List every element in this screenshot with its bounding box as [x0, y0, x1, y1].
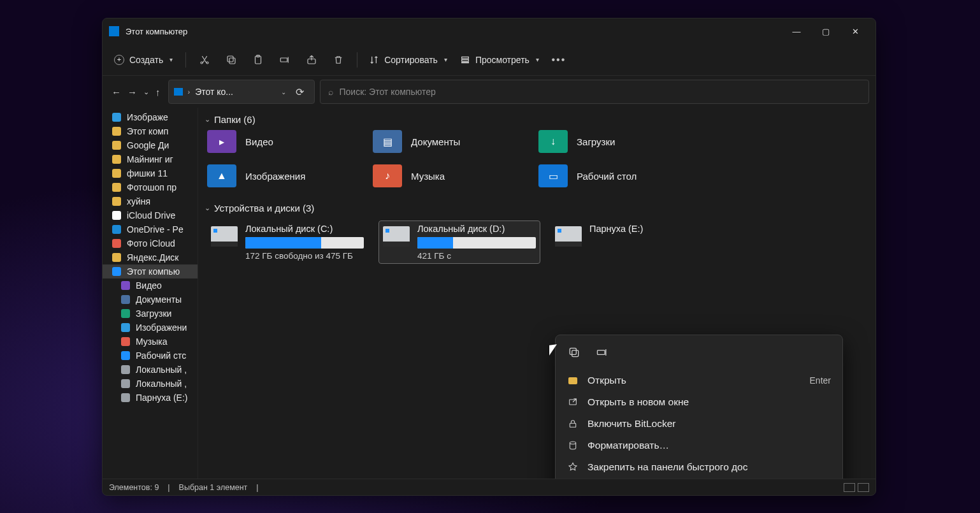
delete-button[interactable] — [326, 48, 350, 71]
context-menu-item[interactable]: Открыть в новом окне — [556, 391, 842, 413]
sidebar-item[interactable]: Фото iCloud — [103, 236, 198, 250]
search-input[interactable]: ⌕ Поиск: Этот компьютер — [320, 80, 870, 104]
folders-section-header[interactable]: ⌄ Папки (6) — [205, 112, 869, 130]
chevron-down-icon[interactable]: ⌄ — [281, 89, 286, 96]
paste-button[interactable] — [246, 48, 270, 71]
drive-name: Локальный диск (D:) — [417, 224, 536, 234]
context-menu-item[interactable]: Закрепить на панели быстрого дос — [556, 456, 842, 478]
view-button[interactable]: Просмотреть ▾ — [455, 51, 544, 69]
sidebar-item[interactable]: хуйня — [103, 194, 198, 208]
pc-icon — [174, 88, 183, 96]
sidebar-item[interactable]: Этот компью — [103, 264, 198, 278]
view-icons-button[interactable] — [858, 483, 869, 492]
sidebar-item[interactable]: Локальный , — [103, 363, 198, 377]
sidebar-item[interactable]: Парнуха (E:) — [103, 391, 198, 405]
folder-label: Загрузки — [577, 136, 615, 147]
maximize-button[interactable]: ▢ — [817, 22, 835, 40]
drives-section-header[interactable]: ⌄ Устройства и диски (3) — [205, 200, 869, 219]
sidebar-item[interactable]: Яндекс.Диск — [103, 250, 198, 264]
new-button[interactable]: + Создать ▾ — [108, 51, 179, 69]
sidebar-item[interactable]: Загрузки — [103, 307, 198, 321]
drive-item[interactable]: Локальный диск (C:)172 ГБ свободно из 47… — [207, 221, 368, 263]
body: ИзображеЭтот компGoogle ДиМайнинг игфишк… — [103, 108, 876, 479]
ctx-copy-button[interactable] — [565, 343, 584, 362]
sidebar-item[interactable]: Майнинг иг — [103, 152, 198, 166]
sidebar-item[interactable]: Видео — [103, 278, 198, 293]
sidebar-item-label: Этот компью — [127, 266, 180, 277]
up-button[interactable]: ↑ — [155, 87, 161, 98]
sidebar-item[interactable]: Изображе — [103, 110, 198, 124]
nav-row: ← → ⌄ ↑ › Этот ко... ⌄ ⟳ ⌕ Поиск: Этот к… — [103, 76, 876, 108]
cut-button[interactable] — [192, 48, 217, 71]
sidebar-item[interactable]: Фотошоп пр — [103, 180, 198, 194]
folder-item[interactable]: ▭Рабочий стол — [538, 164, 704, 187]
close-button[interactable]: ✕ — [846, 22, 864, 40]
drive-name: Парнуха (E:) — [589, 224, 708, 234]
sidebar-item[interactable]: Рабочий стс — [103, 349, 198, 363]
recent-button[interactable]: ⌄ — [143, 88, 149, 96]
folder-icon: ▭ — [538, 164, 568, 187]
status-sep: | — [256, 483, 258, 492]
rename-button[interactable] — [273, 48, 297, 71]
drive-item[interactable]: Локальный диск (D:)421 ГБ с — [379, 221, 540, 263]
status-bar: Элементов: 9 | Выбран 1 элемент | — [103, 479, 876, 495]
svg-point-14 — [570, 442, 575, 444]
address-bar[interactable]: › Этот ко... ⌄ ⟳ — [168, 80, 315, 104]
folder-item[interactable]: ↓Загрузки — [538, 130, 704, 153]
folder-icon — [112, 252, 122, 263]
sidebar-item[interactable]: фишки 11 — [103, 166, 198, 180]
sidebar-item-label: Музыка — [136, 336, 168, 347]
sidebar-item[interactable]: Google Ди — [103, 138, 198, 152]
separator — [357, 52, 357, 68]
folder-item[interactable]: ♪Музыка — [373, 164, 538, 187]
sidebar: ИзображеЭтот компGoogle ДиМайнинг игфишк… — [103, 108, 198, 479]
sidebar-item[interactable]: iCloud Drive — [103, 208, 198, 222]
picture-icon — [120, 322, 131, 333]
forward-button[interactable]: → — [127, 87, 137, 98]
new-label: Создать — [129, 55, 163, 65]
sort-button[interactable]: Сортировать ▾ — [364, 51, 452, 69]
refresh-button[interactable]: ⟳ — [291, 86, 309, 98]
chevron-down-icon: ▾ — [444, 56, 447, 63]
sidebar-item-label: Изображени — [136, 322, 187, 333]
context-menu-item[interactable]: Закрепить на начальном экране — [556, 478, 842, 479]
picture-icon — [112, 112, 122, 122]
paste-icon — [252, 54, 264, 66]
svg-rect-9 — [572, 350, 579, 357]
status-sep: | — [168, 483, 169, 492]
window-title: Этот компьютер — [126, 27, 187, 36]
ctx-rename-button[interactable] — [593, 343, 612, 362]
back-button[interactable]: ← — [112, 87, 121, 98]
minimize-button[interactable]: ― — [788, 22, 805, 40]
more-button[interactable]: ••• — [547, 48, 571, 71]
svg-rect-13 — [570, 423, 575, 427]
svg-rect-10 — [570, 348, 576, 354]
sidebar-item[interactable]: Этот комп — [103, 124, 198, 138]
sidebar-item[interactable]: Документы — [103, 293, 198, 307]
drive-icon — [555, 226, 582, 247]
sidebar-item[interactable]: Музыка — [103, 335, 198, 349]
folder-icon — [567, 375, 579, 386]
view-details-button[interactable] — [844, 483, 855, 492]
context-menu-item[interactable]: ОткрытьEnter — [556, 370, 842, 391]
sidebar-item[interactable]: OneDrive - Pe — [103, 222, 198, 236]
context-menu-item[interactable]: Включить BitLocker — [556, 413, 842, 435]
context-menu-item[interactable]: Форматировать… — [556, 435, 842, 456]
photo-icon — [112, 238, 122, 249]
drive-usage-bar — [245, 237, 364, 249]
folder-item[interactable]: ▸Видео — [207, 130, 373, 153]
drive-icon — [120, 379, 131, 389]
drive-item[interactable]: Парнуха (E:) — [551, 221, 712, 263]
context-menu-label: Форматировать… — [587, 440, 669, 451]
sidebar-item[interactable]: Изображени — [103, 321, 198, 335]
folder-icon — [112, 168, 122, 178]
copy-button[interactable] — [219, 48, 243, 71]
folder-item[interactable]: ▲Изображения — [207, 164, 373, 187]
trash-icon — [333, 54, 344, 66]
folder-item[interactable]: ▤Документы — [373, 130, 538, 153]
folder-label: Изображения — [245, 171, 305, 182]
sidebar-item-label: фишки 11 — [127, 168, 168, 178]
sidebar-item[interactable]: Локальный , — [103, 377, 198, 391]
share-button[interactable] — [299, 48, 324, 71]
ellipsis-icon: ••• — [551, 54, 566, 66]
